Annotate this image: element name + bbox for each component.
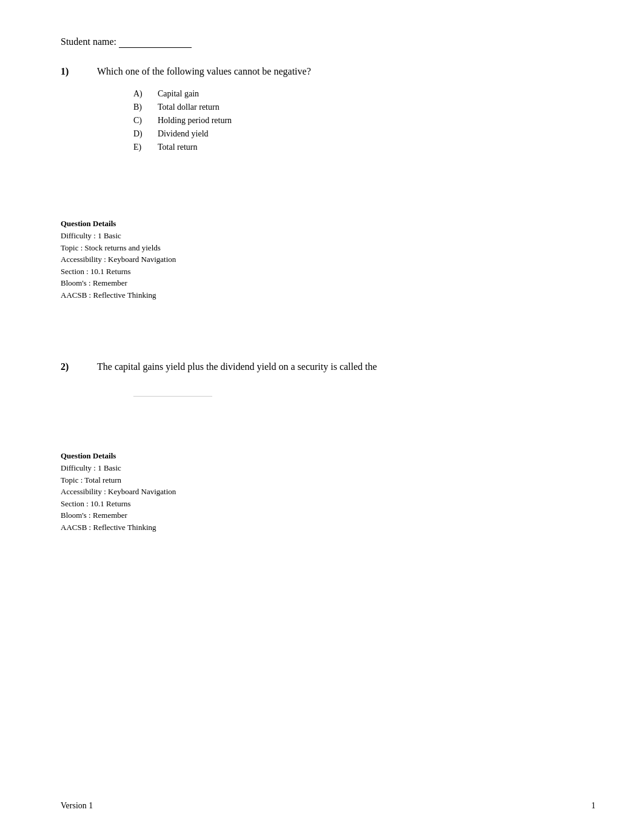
answer-choice-1-3: D)Dividend yield: [133, 129, 595, 139]
choice-letter-1-4: E): [133, 143, 158, 152]
spacer-2: [61, 397, 595, 433]
question-details-lines-2: Difficulty : 1 BasicTopic : Total return…: [61, 462, 595, 533]
question-text-2: The capital gains yield plus the dividen…: [97, 361, 595, 372]
detail-line-2-2: Accessibility : Keyboard Navigation: [61, 486, 595, 498]
question-details-lines-1: Difficulty : 1 BasicTopic : Stock return…: [61, 230, 595, 301]
spacer-1: [61, 164, 595, 201]
question-row-1: 1)Which one of the following values cann…: [61, 66, 595, 77]
answer-choice-1-2: C)Holding period return: [133, 116, 595, 126]
between-spacer-1: [61, 313, 595, 337]
choice-text-1-2: Holding period return: [158, 116, 232, 126]
question-details-2: Question DetailsDifficulty : 1 BasicTopi…: [61, 451, 595, 533]
question-details-1: Question DetailsDifficulty : 1 BasicTopi…: [61, 219, 595, 301]
question-row-2: 2)The capital gains yield plus the divid…: [61, 361, 595, 372]
answer-choice-1-1: B)Total dollar return: [133, 102, 595, 112]
question-details-title-1: Question Details: [61, 219, 595, 229]
choice-text-1-3: Dividend yield: [158, 129, 209, 139]
answer-choices-1: A)Capital gainB)Total dollar returnC)Hol…: [133, 89, 595, 152]
detail-line-1-1: Topic : Stock returns and yields: [61, 242, 595, 254]
detail-line-1-3: Section : 10.1 Returns: [61, 266, 595, 278]
detail-line-2-3: Section : 10.1 Returns: [61, 498, 595, 510]
choice-text-1-0: Capital gain: [158, 89, 199, 99]
detail-line-2-1: Topic : Total return: [61, 474, 595, 486]
question-details-title-2: Question Details: [61, 451, 595, 461]
student-name-blank: [119, 36, 192, 48]
footer: Version 1 1: [61, 801, 595, 811]
choice-letter-1-2: C): [133, 116, 158, 126]
choice-letter-1-0: A): [133, 89, 158, 99]
question-number-2: 2): [61, 361, 97, 372]
student-name-label: Student name:: [61, 36, 116, 47]
student-name-line: Student name:: [61, 36, 595, 48]
answer-choice-1-4: E)Total return: [133, 143, 595, 152]
answer-choice-1-0: A)Capital gain: [133, 89, 595, 99]
detail-line-1-0: Difficulty : 1 Basic: [61, 230, 595, 242]
version-label: Version 1: [61, 801, 93, 811]
answer-blank-2: [133, 384, 212, 397]
page-number: 1: [591, 801, 595, 811]
choice-letter-1-3: D): [133, 129, 158, 139]
detail-line-1-2: Accessibility : Keyboard Navigation: [61, 253, 595, 266]
question-text-1: Which one of the following values cannot…: [97, 66, 595, 77]
question-number-1: 1): [61, 66, 97, 77]
questions-container: 1)Which one of the following values cann…: [61, 66, 595, 533]
choice-text-1-4: Total return: [158, 143, 198, 152]
question-block-1: 1)Which one of the following values cann…: [61, 66, 595, 337]
detail-line-1-4: Bloom's : Remember: [61, 277, 595, 289]
choice-text-1-1: Total dollar return: [158, 102, 220, 112]
detail-line-1-5: AACSB : Reflective Thinking: [61, 289, 595, 301]
question-block-2: 2)The capital gains yield plus the divid…: [61, 361, 595, 533]
page: Student name: 1)Which one of the followi…: [0, 0, 644, 835]
detail-line-2-0: Difficulty : 1 Basic: [61, 462, 595, 474]
detail-line-2-5: AACSB : Reflective Thinking: [61, 521, 595, 534]
choice-letter-1-1: B): [133, 102, 158, 112]
detail-line-2-4: Bloom's : Remember: [61, 509, 595, 521]
